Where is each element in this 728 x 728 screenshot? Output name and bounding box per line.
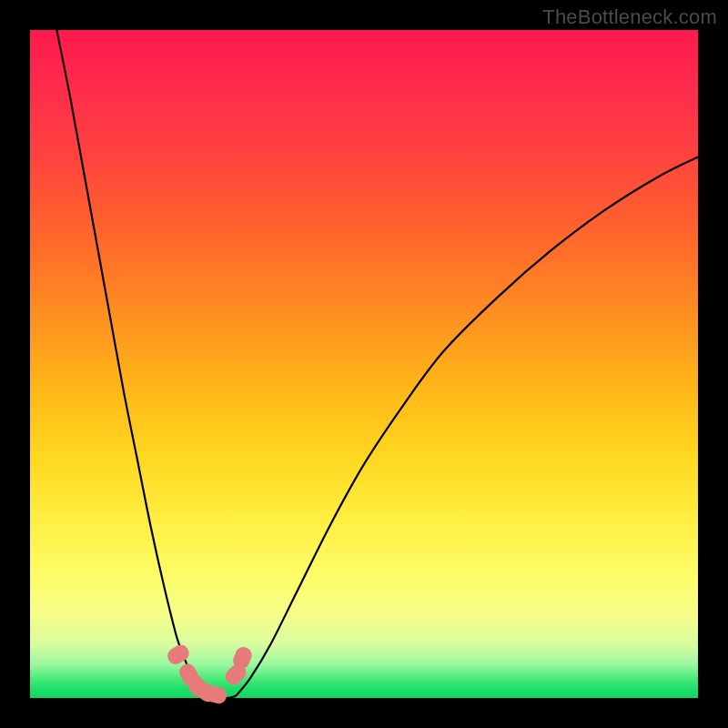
marker-dot (165, 642, 192, 668)
bottleneck-curve (0, 0, 728, 728)
chart-frame: TheBottleneck.com (0, 0, 728, 728)
marker-group (165, 642, 254, 706)
curve-left-branch (56, 30, 207, 694)
curve-right-branch (238, 157, 698, 694)
